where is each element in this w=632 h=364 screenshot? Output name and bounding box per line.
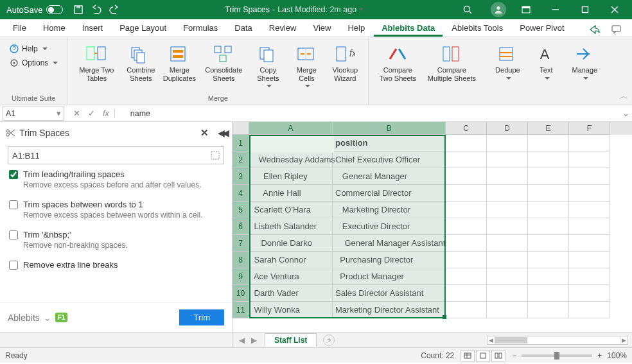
- tab-page-layout[interactable]: Page Layout: [112, 21, 174, 37]
- group-compare: Compare Two Sheets Compare Multiple Shee…: [369, 37, 484, 105]
- copy-sheets-button[interactable]: Copy Sheets: [250, 41, 286, 92]
- select-all-corner[interactable]: [233, 122, 249, 135]
- tab-file[interactable]: File: [5, 21, 34, 37]
- svg-rect-44: [464, 353, 471, 358]
- cells[interactable]: nameposition Wednesday AddamsChief Execu…: [249, 135, 632, 332]
- tab-power-pivot[interactable]: Power Pivot: [512, 21, 572, 37]
- combine-sheets-button[interactable]: Combine Sheets: [123, 41, 159, 85]
- tab-insert[interactable]: Insert: [75, 21, 111, 37]
- col-header-D[interactable]: D: [487, 122, 528, 135]
- vlookup-wizard-button[interactable]: fxVlookup Wizard: [327, 41, 363, 85]
- status-count: Count: 22: [421, 351, 454, 360]
- quick-access-toolbar: [67, 4, 126, 15]
- cancel-formula-icon[interactable]: ✕: [73, 108, 80, 118]
- svg-rect-22: [173, 50, 183, 53]
- accept-formula-icon[interactable]: ✓: [88, 108, 95, 118]
- close-button[interactable]: [600, 0, 629, 19]
- col-header-B[interactable]: B: [333, 122, 446, 135]
- comments-button[interactable]: [606, 22, 627, 37]
- svg-point-39: [6, 130, 9, 132]
- zoom-in-icon[interactable]: +: [597, 351, 602, 360]
- svg-rect-25: [225, 46, 231, 53]
- options-menu[interactable]: Options: [6, 56, 60, 69]
- search-icon[interactable]: [462, 4, 473, 15]
- col-header-F[interactable]: F: [569, 122, 610, 135]
- view-normal-icon[interactable]: [461, 350, 475, 361]
- merge-two-tables-button[interactable]: Merge Two Tables: [73, 41, 120, 85]
- expand-formula-bar-icon[interactable]: ⌄: [619, 108, 632, 118]
- compare-multiple-sheets-button[interactable]: Compare Multiple Sheets: [424, 41, 479, 85]
- spreadsheet-grid[interactable]: A B C D E F 1234567891011 nameposition W…: [233, 122, 632, 332]
- autosave-switch[interactable]: [46, 5, 63, 14]
- svg-rect-48: [495, 353, 498, 358]
- insert-function-icon[interactable]: fx: [103, 109, 115, 118]
- opt-line-breaks[interactable]: Remove extra line breaks: [9, 260, 223, 270]
- svg-text:?: ?: [12, 46, 16, 53]
- svg-rect-20: [137, 53, 145, 63]
- tab-review[interactable]: Review: [261, 21, 304, 37]
- view-page-layout-icon[interactable]: [476, 350, 490, 361]
- zoom-out-icon[interactable]: −: [512, 351, 516, 360]
- zoom-level: 100%: [607, 351, 627, 360]
- zoom-slider[interactable]: [522, 354, 592, 357]
- range-input[interactable]: A1:B11: [8, 146, 224, 164]
- trim-button[interactable]: Trim: [179, 309, 224, 325]
- text-button[interactable]: AText: [528, 41, 564, 84]
- manage-button[interactable]: Manage: [566, 41, 602, 84]
- last-modified[interactable]: Last Modified: 2m ago: [277, 5, 364, 14]
- col-header-E[interactable]: E: [528, 122, 569, 135]
- group-ultimate-suite: ?Help Options Ultimate Suite: [0, 37, 67, 105]
- name-box[interactable]: A1▾: [3, 107, 64, 121]
- tab-help[interactable]: Help: [340, 21, 373, 37]
- save-icon[interactable]: [73, 4, 83, 15]
- ablebits-brand[interactable]: Ablebits⌄F1: [8, 313, 67, 323]
- svg-rect-23: [173, 55, 183, 58]
- tab-data[interactable]: Data: [227, 21, 259, 37]
- autosave-toggle[interactable]: AutoSave: [3, 5, 67, 15]
- svg-rect-21: [171, 47, 185, 61]
- opt-nbsp[interactable]: Trim '&nbsp;' Remove non-breaking spaces…: [9, 230, 223, 250]
- range-picker-icon[interactable]: [211, 151, 220, 160]
- status-ready: Ready: [5, 351, 28, 360]
- maximize-button[interactable]: [570, 0, 600, 19]
- svg-rect-49: [499, 353, 502, 358]
- help-menu[interactable]: ?Help: [6, 42, 60, 55]
- compare-two-sheets-button[interactable]: Compare Two Sheets: [374, 41, 421, 85]
- account-avatar[interactable]: [491, 2, 506, 17]
- zoom-control[interactable]: − + 100%: [512, 351, 627, 360]
- autosave-label: AutoSave: [6, 5, 42, 15]
- pane-collapse-icon[interactable]: ◀◀: [218, 128, 227, 138]
- title-bar: AutoSave Trim Spaces - Last Modified: 2m…: [0, 0, 632, 19]
- sheet-nav-next-icon[interactable]: ▶: [251, 336, 257, 345]
- redo-icon[interactable]: [109, 4, 119, 15]
- collapse-ribbon-icon[interactable]: ︿: [620, 91, 628, 102]
- tab-ablebits-tools[interactable]: Ablebits Tools: [444, 21, 511, 37]
- share-button[interactable]: [584, 22, 605, 37]
- status-bar: Ready Count: 22 − + 100%: [0, 347, 632, 363]
- group-tools: Dedupe AText Manage: [484, 37, 608, 105]
- tab-formulas[interactable]: Formulas: [175, 21, 225, 37]
- undo-icon[interactable]: [91, 4, 101, 15]
- consolidate-sheets-button[interactable]: Consolidate Sheets: [200, 41, 247, 85]
- dedupe-button[interactable]: Dedupe: [489, 41, 525, 84]
- tab-home[interactable]: Home: [35, 21, 73, 37]
- ribbon-tabs: File Home Insert Page Layout Formulas Da…: [0, 19, 632, 37]
- col-header-C[interactable]: C: [446, 122, 487, 135]
- tab-view[interactable]: View: [305, 21, 338, 37]
- tab-ablebits-data[interactable]: Ablebits Data: [374, 21, 443, 37]
- formula-input[interactable]: name: [127, 109, 619, 118]
- new-sheet-button[interactable]: +: [323, 334, 335, 346]
- svg-rect-28: [264, 50, 273, 62]
- sheet-nav-prev-icon[interactable]: ◀: [239, 336, 245, 345]
- opt-between-words[interactable]: Trim spaces between words to 1 Remove ex…: [9, 200, 223, 220]
- col-header-A[interactable]: A: [249, 122, 333, 135]
- merge-duplicates-button[interactable]: Merge Duplicates: [161, 41, 197, 85]
- merge-cells-button[interactable]: Merge Cells: [288, 41, 324, 92]
- opt-leading-trailing[interactable]: Trim leading/trailing spaces Remove exce…: [9, 169, 223, 189]
- view-page-break-icon[interactable]: [491, 350, 505, 361]
- horizontal-scrollbar[interactable]: ◀▶: [487, 336, 628, 345]
- pane-close-icon[interactable]: ✕: [198, 126, 211, 140]
- minimize-button[interactable]: [541, 0, 570, 19]
- sheet-tab-staff-list[interactable]: Staff List: [265, 333, 317, 347]
- ribbon-display-icon[interactable]: [511, 0, 541, 19]
